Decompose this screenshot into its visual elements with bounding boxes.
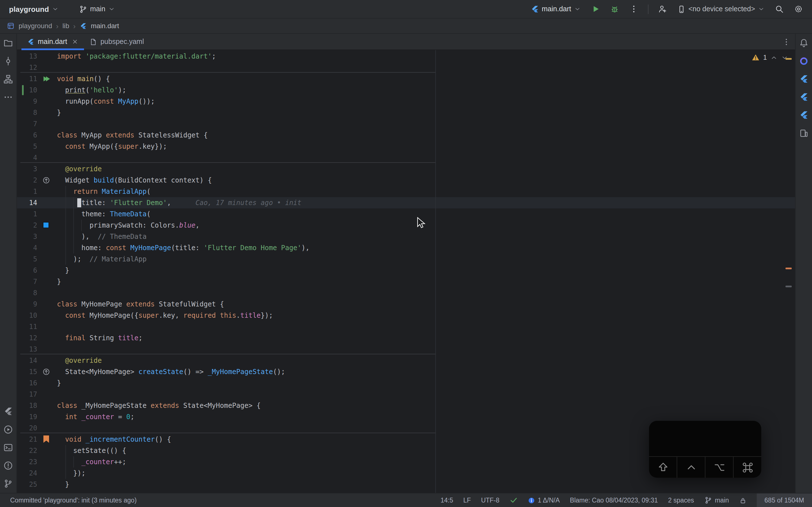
code-line[interactable]: 17 bbox=[17, 389, 795, 400]
code-line[interactable]: 6 } bbox=[17, 265, 795, 276]
line-number[interactable]: 1 bbox=[17, 186, 37, 197]
code-line[interactable]: 9class MyHomePage extends StatefulWidget… bbox=[17, 298, 795, 310]
line-number[interactable]: 5 bbox=[17, 141, 37, 152]
line-number[interactable]: 1 bbox=[17, 209, 37, 220]
line-number[interactable]: 2 bbox=[17, 175, 37, 186]
line-number[interactable]: 3 bbox=[17, 163, 37, 175]
line-number[interactable]: 10 bbox=[17, 310, 37, 321]
line-number[interactable]: 6 bbox=[17, 129, 37, 141]
code-line[interactable]: 1 theme: ThemeData( bbox=[17, 209, 795, 220]
branch-switcher[interactable]: main bbox=[75, 3, 118, 15]
line-number[interactable]: 15 bbox=[17, 366, 37, 378]
device-manager-icon[interactable] bbox=[796, 125, 812, 141]
more-actions-button[interactable] bbox=[626, 1, 642, 17]
line-number[interactable]: 19 bbox=[17, 411, 37, 422]
code-line[interactable]: 13 bbox=[17, 344, 795, 355]
line-number[interactable]: 16 bbox=[17, 378, 37, 389]
line-number[interactable]: 14 bbox=[17, 197, 37, 209]
code-line[interactable]: 5 const MyApp({super.key}); bbox=[17, 141, 795, 152]
code-line[interactable]: 13import 'package:flutter/material.dart'… bbox=[17, 51, 795, 62]
project-tool-icon[interactable] bbox=[0, 35, 16, 51]
readonly-toggle[interactable] bbox=[739, 494, 746, 507]
code-line[interactable]: 11void main() { bbox=[17, 73, 795, 84]
flutter-performance-icon[interactable] bbox=[796, 107, 812, 123]
info-stripe-mark[interactable] bbox=[785, 286, 792, 287]
line-number[interactable]: 13 bbox=[17, 51, 37, 62]
line-number[interactable]: 7 bbox=[17, 276, 37, 287]
code-line[interactable]: 25 } bbox=[17, 479, 795, 490]
line-number[interactable]: 21 bbox=[17, 434, 37, 445]
line-number[interactable]: 22 bbox=[17, 445, 37, 456]
code-line[interactable]: 9 runApp(const MyApp()); bbox=[17, 96, 795, 107]
code-line[interactable]: 5 ); // MaterialApp bbox=[17, 253, 795, 265]
problems-tool-icon[interactable] bbox=[0, 457, 16, 473]
breadcrumb-file[interactable]: main.dart bbox=[91, 22, 119, 30]
bookmark-stripe-mark[interactable] bbox=[785, 268, 792, 269]
line-number[interactable]: 4 bbox=[17, 242, 37, 253]
line-number[interactable]: 8 bbox=[17, 107, 37, 118]
code-line[interactable]: 12 bbox=[17, 62, 795, 73]
structure-tool-icon[interactable] bbox=[0, 71, 16, 87]
run-tool-icon[interactable] bbox=[0, 421, 16, 437]
code-line[interactable]: 11 bbox=[17, 321, 795, 332]
line-number[interactable]: 10 bbox=[17, 84, 37, 96]
version-control-tool-icon[interactable] bbox=[0, 475, 16, 491]
notifications-icon[interactable] bbox=[796, 35, 812, 51]
line-number[interactable]: 14 bbox=[17, 355, 37, 366]
line-number[interactable]: 11 bbox=[17, 321, 37, 332]
line-number[interactable]: 17 bbox=[17, 389, 37, 400]
code-line[interactable]: 2 primarySwatch: Colors.blue, bbox=[17, 220, 795, 231]
warning-stripe-mark[interactable] bbox=[785, 58, 792, 60]
git-branch-widget[interactable]: main bbox=[704, 494, 729, 507]
bookmark-icon[interactable] bbox=[43, 436, 49, 443]
analysis-ok-widget[interactable] bbox=[509, 494, 517, 507]
code-with-me-button[interactable] bbox=[655, 1, 670, 17]
device-selector[interactable]: <no device selected> bbox=[674, 3, 768, 15]
code-line[interactable]: 12 final String title; bbox=[17, 332, 795, 344]
chevron-down-icon[interactable] bbox=[781, 54, 788, 61]
code-line[interactable]: 6class MyApp extends StatelessWidget { bbox=[17, 129, 795, 141]
line-number[interactable]: 20 bbox=[17, 422, 37, 434]
line-number[interactable]: 3 bbox=[17, 231, 37, 242]
breadcrumb-project[interactable]: playground bbox=[18, 22, 52, 30]
search-everywhere-button[interactable] bbox=[771, 1, 787, 17]
flutter-devtools-icon[interactable] bbox=[0, 403, 16, 419]
code-line[interactable]: 10 const MyHomePage({super.key, required… bbox=[17, 310, 795, 321]
line-number[interactable]: 9 bbox=[17, 298, 37, 310]
code-line[interactable]: 4 home: const MyHomePage(title: 'Flutter… bbox=[17, 242, 795, 253]
code-line[interactable]: 18class _MyHomePageState extends State<M… bbox=[17, 400, 795, 411]
line-number[interactable]: 13 bbox=[17, 344, 37, 355]
line-number[interactable]: 7 bbox=[17, 118, 37, 129]
tab-options-button[interactable] bbox=[782, 34, 791, 50]
line-number[interactable]: 23 bbox=[17, 456, 37, 467]
settings-button[interactable] bbox=[791, 1, 806, 17]
line-number[interactable]: 4 bbox=[17, 152, 37, 163]
code-line[interactable]: 8} bbox=[17, 107, 795, 118]
code-line[interactable]: 15 State<MyHomePage> createState() => _M… bbox=[17, 366, 795, 378]
debug-button[interactable] bbox=[607, 1, 622, 17]
flutter-inspector-icon[interactable] bbox=[796, 89, 812, 105]
override-gutter-icon[interactable] bbox=[42, 367, 51, 376]
close-tab-icon[interactable] bbox=[71, 38, 79, 45]
ai-assistant-icon[interactable] bbox=[796, 53, 812, 69]
line-number[interactable]: 11 bbox=[17, 73, 37, 84]
inspections-widget[interactable]: 1 bbox=[752, 54, 788, 61]
line-number[interactable]: 5 bbox=[17, 253, 37, 265]
line-number[interactable]: 18 bbox=[17, 400, 37, 411]
line-number[interactable]: 9 bbox=[17, 96, 37, 107]
terminal-tool-icon[interactable] bbox=[0, 439, 16, 455]
line-number[interactable]: 24 bbox=[17, 467, 37, 479]
line-number[interactable]: 25 bbox=[17, 479, 37, 490]
code-line[interactable]: 7 bbox=[17, 118, 795, 129]
tab-pubspec-yaml[interactable]: pubspec.yaml bbox=[84, 34, 149, 50]
caret-position-widget[interactable]: 14:5 bbox=[441, 494, 453, 507]
code-line[interactable]: 14 @override bbox=[17, 355, 795, 366]
code-line[interactable]: 8 bbox=[17, 287, 795, 298]
code-line[interactable]: 14 title: 'Flutter Demo', Cao, 17 minute… bbox=[17, 197, 795, 209]
analysis-widget[interactable]: 1 Δ/N/A bbox=[527, 494, 560, 507]
tab-main-dart[interactable]: main.dart bbox=[21, 34, 84, 50]
chevron-up-icon[interactable] bbox=[770, 54, 777, 61]
code-line[interactable]: 3 ), // ThemeData bbox=[17, 231, 795, 242]
run-button[interactable] bbox=[588, 1, 603, 17]
override-gutter-icon[interactable] bbox=[42, 176, 51, 185]
